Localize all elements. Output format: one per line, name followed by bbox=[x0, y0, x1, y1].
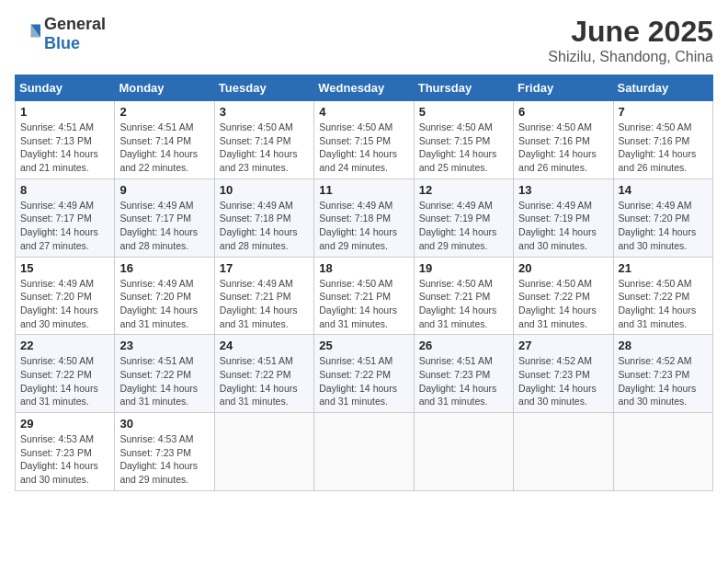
calendar-cell: 12 Sunrise: 4:49 AMSunset: 7:19 PMDaylig… bbox=[414, 178, 513, 257]
day-info: Sunrise: 4:49 AMSunset: 7:20 PMDaylight:… bbox=[20, 278, 98, 329]
day-number: 21 bbox=[619, 261, 708, 275]
calendar-cell: 11 Sunrise: 4:49 AMSunset: 7:18 PMDaylig… bbox=[314, 178, 414, 257]
calendar-cell bbox=[314, 413, 414, 491]
calendar-cell: 26 Sunrise: 4:51 AMSunset: 7:23 PMDaylig… bbox=[414, 335, 513, 413]
calendar-cell: 17 Sunrise: 4:49 AMSunset: 7:21 PMDaylig… bbox=[214, 257, 313, 335]
day-info: Sunrise: 4:50 AMSunset: 7:16 PMDaylight:… bbox=[619, 121, 697, 173]
day-info: Sunrise: 4:52 AMSunset: 7:23 PMDaylight:… bbox=[619, 355, 697, 407]
weekday-header: Friday bbox=[514, 75, 613, 101]
logo-text-general: General bbox=[44, 15, 106, 33]
day-info: Sunrise: 4:53 AMSunset: 7:23 PMDaylight:… bbox=[119, 433, 198, 485]
calendar-cell: 14 Sunrise: 4:49 AMSunset: 7:20 PMDaylig… bbox=[613, 178, 712, 257]
weekday-header: Thursday bbox=[414, 75, 513, 101]
calendar-cell bbox=[613, 413, 712, 491]
day-info: Sunrise: 4:49 AMSunset: 7:17 PMDaylight:… bbox=[20, 200, 98, 251]
calendar-cell bbox=[214, 413, 313, 491]
day-number: 28 bbox=[619, 339, 708, 352]
title-area: June 2025 Shizilu, Shandong, China bbox=[548, 15, 713, 65]
day-info: Sunrise: 4:50 AMSunset: 7:16 PMDaylight:… bbox=[518, 121, 597, 173]
day-number: 10 bbox=[220, 183, 309, 197]
day-number: 11 bbox=[319, 183, 408, 197]
day-info: Sunrise: 4:50 AMSunset: 7:22 PMDaylight:… bbox=[518, 278, 597, 329]
day-info: Sunrise: 4:49 AMSunset: 7:20 PMDaylight:… bbox=[619, 200, 697, 251]
day-number: 8 bbox=[20, 183, 109, 197]
calendar-cell bbox=[514, 413, 613, 491]
day-number: 1 bbox=[20, 105, 109, 119]
logo-text-blue: Blue bbox=[44, 34, 80, 52]
calendar-cell: 20 Sunrise: 4:50 AMSunset: 7:22 PMDaylig… bbox=[514, 257, 613, 335]
calendar-cell: 8 Sunrise: 4:49 AMSunset: 7:17 PMDayligh… bbox=[16, 178, 115, 257]
page-header: General Blue June 2025 Shizilu, Shandong… bbox=[15, 15, 713, 65]
day-number: 18 bbox=[319, 261, 408, 275]
day-info: Sunrise: 4:49 AMSunset: 7:20 PMDaylight:… bbox=[119, 278, 198, 329]
day-number: 5 bbox=[419, 105, 508, 119]
weekday-header: Tuesday bbox=[214, 75, 313, 101]
calendar-cell: 23 Sunrise: 4:51 AMSunset: 7:22 PMDaylig… bbox=[115, 335, 214, 413]
day-info: Sunrise: 4:51 AMSunset: 7:13 PMDaylight:… bbox=[20, 121, 98, 173]
day-info: Sunrise: 4:50 AMSunset: 7:21 PMDaylight:… bbox=[319, 278, 397, 329]
day-info: Sunrise: 4:49 AMSunset: 7:19 PMDaylight:… bbox=[518, 200, 597, 251]
day-number: 23 bbox=[119, 339, 209, 352]
day-info: Sunrise: 4:49 AMSunset: 7:19 PMDaylight:… bbox=[419, 200, 497, 251]
day-number: 13 bbox=[518, 183, 608, 197]
calendar-cell bbox=[414, 413, 513, 491]
calendar-cell: 7 Sunrise: 4:50 AMSunset: 7:16 PMDayligh… bbox=[613, 101, 712, 179]
day-info: Sunrise: 4:50 AMSunset: 7:14 PMDaylight:… bbox=[220, 121, 298, 173]
day-number: 7 bbox=[619, 105, 708, 119]
day-number: 25 bbox=[319, 339, 408, 352]
calendar-cell: 4 Sunrise: 4:50 AMSunset: 7:15 PMDayligh… bbox=[314, 101, 414, 179]
day-number: 2 bbox=[119, 105, 209, 119]
day-info: Sunrise: 4:51 AMSunset: 7:14 PMDaylight:… bbox=[119, 121, 198, 173]
calendar-cell: 5 Sunrise: 4:50 AMSunset: 7:15 PMDayligh… bbox=[414, 101, 513, 179]
calendar-cell: 19 Sunrise: 4:50 AMSunset: 7:21 PMDaylig… bbox=[414, 257, 513, 335]
day-info: Sunrise: 4:50 AMSunset: 7:15 PMDaylight:… bbox=[319, 121, 397, 173]
day-number: 17 bbox=[220, 261, 309, 275]
day-number: 12 bbox=[419, 183, 508, 197]
day-info: Sunrise: 4:53 AMSunset: 7:23 PMDaylight:… bbox=[20, 433, 98, 485]
day-number: 27 bbox=[518, 339, 608, 352]
calendar-cell: 29 Sunrise: 4:53 AMSunset: 7:23 PMDaylig… bbox=[16, 413, 115, 491]
day-number: 9 bbox=[119, 183, 209, 197]
calendar-week-row: 15 Sunrise: 4:49 AMSunset: 7:20 PMDaylig… bbox=[16, 257, 713, 335]
day-info: Sunrise: 4:51 AMSunset: 7:23 PMDaylight:… bbox=[419, 355, 497, 407]
logo: General Blue bbox=[15, 15, 106, 53]
day-info: Sunrise: 4:51 AMSunset: 7:22 PMDaylight:… bbox=[119, 355, 198, 407]
day-number: 6 bbox=[518, 105, 608, 119]
calendar-cell: 3 Sunrise: 4:50 AMSunset: 7:14 PMDayligh… bbox=[214, 101, 313, 179]
day-number: 26 bbox=[419, 339, 508, 352]
calendar-cell: 2 Sunrise: 4:51 AMSunset: 7:14 PMDayligh… bbox=[115, 101, 214, 179]
logo-icon bbox=[15, 21, 40, 47]
location-title: Shizilu, Shandong, China bbox=[548, 49, 713, 65]
weekday-header: Wednesday bbox=[314, 75, 414, 101]
calendar-cell: 27 Sunrise: 4:52 AMSunset: 7:23 PMDaylig… bbox=[514, 335, 613, 413]
day-number: 16 bbox=[119, 261, 209, 275]
calendar-cell: 30 Sunrise: 4:53 AMSunset: 7:23 PMDaylig… bbox=[115, 413, 214, 491]
day-info: Sunrise: 4:50 AMSunset: 7:21 PMDaylight:… bbox=[419, 278, 497, 329]
day-info: Sunrise: 4:50 AMSunset: 7:22 PMDaylight:… bbox=[20, 355, 98, 407]
calendar-cell: 28 Sunrise: 4:52 AMSunset: 7:23 PMDaylig… bbox=[613, 335, 712, 413]
weekday-header: Saturday bbox=[613, 75, 712, 101]
calendar-cell: 1 Sunrise: 4:51 AMSunset: 7:13 PMDayligh… bbox=[16, 101, 115, 179]
day-number: 22 bbox=[20, 339, 109, 352]
day-number: 19 bbox=[419, 261, 508, 275]
calendar-cell: 13 Sunrise: 4:49 AMSunset: 7:19 PMDaylig… bbox=[514, 178, 613, 257]
day-number: 15 bbox=[20, 261, 109, 275]
calendar-cell: 21 Sunrise: 4:50 AMSunset: 7:22 PMDaylig… bbox=[613, 257, 712, 335]
day-info: Sunrise: 4:50 AMSunset: 7:15 PMDaylight:… bbox=[419, 121, 497, 173]
day-info: Sunrise: 4:51 AMSunset: 7:22 PMDaylight:… bbox=[319, 355, 397, 407]
calendar-cell: 10 Sunrise: 4:49 AMSunset: 7:18 PMDaylig… bbox=[214, 178, 313, 257]
day-number: 4 bbox=[319, 105, 408, 119]
calendar-cell: 22 Sunrise: 4:50 AMSunset: 7:22 PMDaylig… bbox=[16, 335, 115, 413]
calendar-week-row: 8 Sunrise: 4:49 AMSunset: 7:17 PMDayligh… bbox=[16, 178, 713, 257]
day-info: Sunrise: 4:50 AMSunset: 7:22 PMDaylight:… bbox=[619, 278, 697, 329]
day-info: Sunrise: 4:49 AMSunset: 7:18 PMDaylight:… bbox=[319, 200, 397, 251]
calendar-cell: 25 Sunrise: 4:51 AMSunset: 7:22 PMDaylig… bbox=[314, 335, 414, 413]
calendar-cell: 6 Sunrise: 4:50 AMSunset: 7:16 PMDayligh… bbox=[514, 101, 613, 179]
day-number: 24 bbox=[220, 339, 309, 352]
calendar-cell: 9 Sunrise: 4:49 AMSunset: 7:17 PMDayligh… bbox=[115, 178, 214, 257]
day-info: Sunrise: 4:52 AMSunset: 7:23 PMDaylight:… bbox=[518, 355, 597, 407]
day-info: Sunrise: 4:49 AMSunset: 7:18 PMDaylight:… bbox=[220, 200, 298, 251]
calendar-week-row: 1 Sunrise: 4:51 AMSunset: 7:13 PMDayligh… bbox=[16, 101, 713, 179]
day-number: 29 bbox=[20, 417, 109, 431]
weekday-header: Monday bbox=[115, 75, 214, 101]
